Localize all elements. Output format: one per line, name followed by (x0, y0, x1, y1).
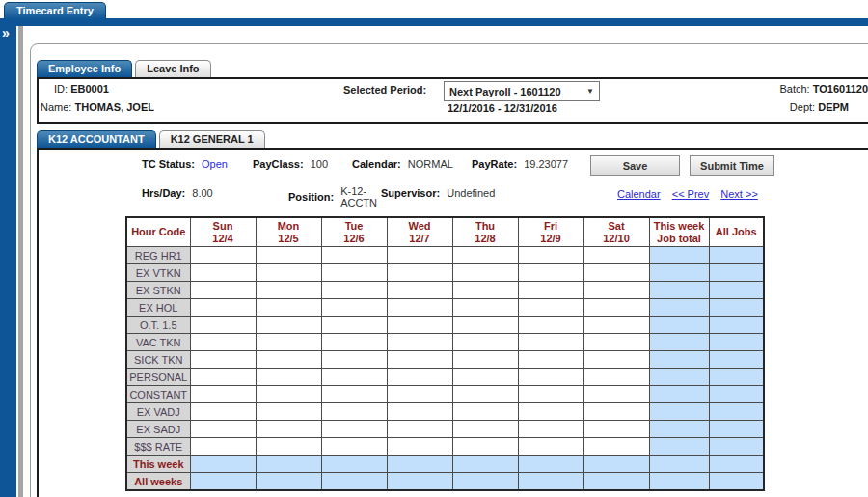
hours-cell[interactable] (452, 317, 518, 334)
hours-cell[interactable] (256, 421, 321, 438)
hours-cell[interactable] (321, 264, 387, 282)
hours-cell[interactable] (583, 282, 649, 299)
job-tab-k12-general-1[interactable]: K12 GENERAL 1 (159, 130, 265, 148)
save-button[interactable]: Save (590, 155, 680, 176)
hours-cell[interactable] (321, 317, 387, 334)
prev-link[interactable]: << Prev (672, 188, 710, 200)
submit-time-button[interactable]: Submit Time (690, 155, 774, 176)
hours-cell[interactable] (518, 386, 583, 403)
hours-cell[interactable] (190, 282, 256, 299)
hours-cell[interactable] (518, 438, 583, 456)
hours-cell[interactable] (190, 386, 256, 403)
hours-cell[interactable] (518, 334, 583, 351)
hours-cell[interactable] (190, 369, 256, 386)
hours-cell[interactable] (321, 369, 387, 386)
hours-cell[interactable] (583, 438, 649, 456)
hours-cell[interactable] (190, 403, 256, 421)
hours-cell[interactable] (256, 282, 321, 299)
hours-cell[interactable] (452, 438, 518, 456)
hours-cell[interactable] (583, 247, 649, 264)
hour-code-row: REG HR1 (126, 247, 764, 264)
hours-cell[interactable] (190, 299, 256, 317)
hours-cell[interactable] (518, 299, 583, 317)
hours-cell[interactable] (256, 438, 321, 456)
calendar-link[interactable]: Calendar (617, 188, 661, 200)
hours-cell[interactable] (518, 421, 583, 438)
hour-code-label: SICK TKN (126, 351, 190, 369)
hours-cell[interactable] (190, 317, 256, 334)
hours-cell[interactable] (387, 386, 452, 403)
hours-cell[interactable] (321, 438, 387, 456)
hours-cell[interactable] (387, 369, 452, 386)
hours-cell[interactable] (452, 403, 518, 421)
hours-cell[interactable] (256, 334, 321, 351)
hours-cell[interactable] (518, 317, 583, 334)
hours-cell[interactable] (452, 334, 518, 351)
hours-cell[interactable] (452, 282, 518, 299)
hours-cell[interactable] (256, 264, 321, 282)
hours-cell[interactable] (387, 264, 452, 282)
hours-cell[interactable] (387, 282, 452, 299)
hours-cell[interactable] (452, 247, 518, 264)
hours-cell[interactable] (321, 351, 387, 369)
hours-cell[interactable] (387, 403, 452, 421)
hours-cell[interactable] (256, 247, 321, 264)
hours-cell[interactable] (190, 264, 256, 282)
hours-cell[interactable] (583, 334, 649, 351)
hours-cell[interactable] (321, 247, 387, 264)
hours-cell[interactable] (256, 369, 321, 386)
hours-cell[interactable] (452, 369, 518, 386)
employee-tab-employee-info[interactable]: Employee Info (37, 60, 132, 77)
hours-cell[interactable] (387, 438, 452, 456)
hours-cell[interactable] (518, 247, 583, 264)
hours-cell[interactable] (583, 264, 649, 282)
position-label: Position: (288, 191, 334, 203)
sidebar-expand-icon[interactable]: » (2, 26, 10, 40)
hours-cell[interactable] (387, 247, 452, 264)
hours-cell[interactable] (583, 403, 649, 421)
hours-cell[interactable] (387, 317, 452, 334)
hours-cell[interactable] (518, 403, 583, 421)
hours-cell[interactable] (452, 421, 518, 438)
hours-cell[interactable] (583, 369, 649, 386)
hours-cell[interactable] (387, 421, 452, 438)
hours-cell[interactable] (387, 351, 452, 369)
hours-cell[interactable] (518, 264, 583, 282)
hours-cell[interactable] (452, 264, 518, 282)
hours-cell[interactable] (190, 334, 256, 351)
hours-cell[interactable] (583, 351, 649, 369)
hours-cell[interactable] (321, 282, 387, 299)
hours-cell[interactable] (190, 438, 256, 456)
employee-tab-leave-info[interactable]: Leave Info (135, 60, 210, 77)
hours-cell[interactable] (256, 317, 321, 334)
hours-cell[interactable] (518, 282, 583, 299)
hours-cell[interactable] (321, 299, 387, 317)
hours-cell[interactable] (387, 334, 452, 351)
hours-cell[interactable] (583, 299, 649, 317)
hours-cell[interactable] (256, 351, 321, 369)
hours-cell[interactable] (256, 299, 321, 317)
hours-cell[interactable] (452, 351, 518, 369)
hours-cell[interactable] (321, 421, 387, 438)
job-tab-k12-accountant[interactable]: K12 ACCOUNTANT (37, 130, 156, 148)
hours-cell[interactable] (321, 334, 387, 351)
hours-cell[interactable] (256, 403, 321, 421)
hours-cell[interactable] (452, 299, 518, 317)
hours-cell[interactable] (583, 386, 649, 403)
hours-cell[interactable] (518, 369, 583, 386)
hours-cell[interactable] (583, 317, 649, 334)
hours-cell[interactable] (256, 386, 321, 403)
hours-cell[interactable] (583, 421, 649, 438)
hours-cell[interactable] (190, 247, 256, 264)
hours-cell[interactable] (518, 351, 583, 369)
hours-cell[interactable] (321, 386, 387, 403)
hours-cell[interactable] (190, 421, 256, 438)
next-link[interactable]: Next >> (720, 188, 758, 200)
hours-cell[interactable] (190, 351, 256, 369)
hours-cell[interactable] (387, 299, 452, 317)
timecard-entry-page-tab[interactable]: Timecard Entry (4, 2, 106, 19)
hours-cell[interactable] (321, 403, 387, 421)
hours-cell[interactable] (452, 386, 518, 403)
period-select[interactable]: Next Payroll - 1601120 ▼ (444, 81, 600, 101)
name-value: THOMAS, JOEL (74, 101, 154, 113)
